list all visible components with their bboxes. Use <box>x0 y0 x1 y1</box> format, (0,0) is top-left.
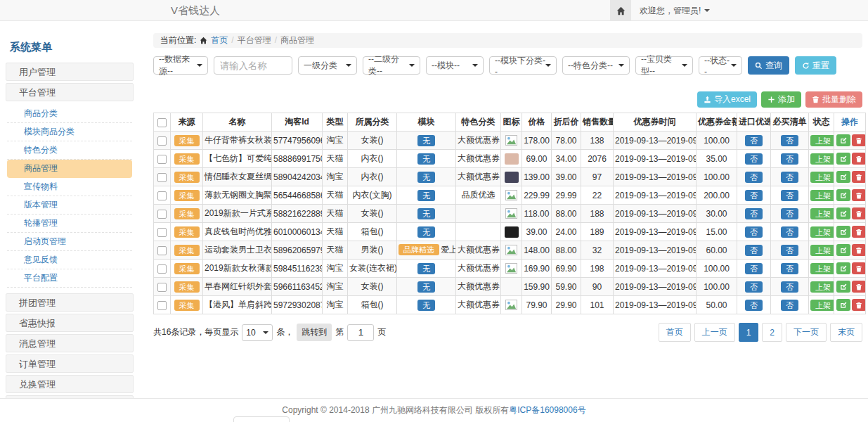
filter-select-feature-category[interactable]: --特色分类-- <box>562 56 630 75</box>
import-select-toggle[interactable]: 否 <box>745 190 763 201</box>
sidebar-group-order-mgmt[interactable]: 订单管理 <box>6 354 134 373</box>
row-checkbox[interactable] <box>157 246 167 255</box>
status-toggle[interactable]: 上架 <box>810 245 834 256</box>
import-excel-button[interactable]: 导入excel <box>697 91 757 108</box>
delete-button[interactable] <box>852 226 866 238</box>
edit-button[interactable] <box>836 244 850 256</box>
status-toggle[interactable]: 上架 <box>810 172 834 183</box>
filter-select-level2-category[interactable]: --二级分类-- <box>363 56 420 75</box>
must-buy-toggle[interactable]: 否 <box>781 172 798 183</box>
filter-select-module[interactable]: --模块-- <box>426 56 484 75</box>
filter-select-module-sub-category[interactable]: --模块下分类-- <box>489 56 557 75</box>
page-button-first[interactable]: 首页 <box>659 323 691 342</box>
breadcrumb-home-link[interactable]: 首页 <box>211 33 228 48</box>
sidebar-group-groupbuy-mgmt[interactable]: 拼团管理 <box>6 293 134 312</box>
edit-button[interactable] <box>836 262 850 274</box>
sidebar-group-saving-news[interactable]: 省惠快报 <box>6 314 134 332</box>
sidebar-group-platform-mgmt[interactable]: 平台管理 <box>6 83 134 101</box>
sidebar-group-exchange-mgmt[interactable]: 兑换管理 <box>6 375 134 393</box>
sidebar-item-goods-category[interactable]: 商品分类 <box>7 105 132 123</box>
page-number-input[interactable] <box>347 324 374 341</box>
delete-button[interactable] <box>852 171 866 183</box>
edit-button[interactable] <box>836 207 850 219</box>
row-checkbox[interactable] <box>157 210 167 219</box>
page-button-last[interactable]: 末页 <box>830 323 862 342</box>
import-select-toggle[interactable]: 否 <box>745 135 763 146</box>
delete-button[interactable] <box>852 244 866 256</box>
page-button-page-2[interactable]: 2 <box>762 323 782 342</box>
status-toggle[interactable]: 上架 <box>810 263 834 274</box>
sidebar-item-platform-config[interactable]: 平台配置 <box>7 269 132 288</box>
filter-input-name[interactable] <box>214 56 292 75</box>
must-buy-toggle[interactable]: 否 <box>781 208 798 219</box>
row-checkbox[interactable] <box>157 283 167 292</box>
sidebar-item-splash-mgmt[interactable]: 启动页管理 <box>7 233 132 251</box>
edit-button[interactable] <box>836 134 850 146</box>
filter-select-status[interactable]: --状态-- <box>699 56 742 75</box>
jump-button[interactable]: 跳转到 <box>297 324 332 341</box>
sidebar-item-version-mgmt[interactable]: 版本管理 <box>7 196 132 215</box>
row-checkbox[interactable] <box>157 228 167 237</box>
import-select-toggle[interactable]: 否 <box>745 226 763 238</box>
page-button-prev[interactable]: 上一页 <box>694 323 735 342</box>
select-all-checkbox[interactable] <box>157 118 167 127</box>
sidebar-group-user-mgmt[interactable]: 用户管理 <box>6 63 134 81</box>
status-toggle[interactable]: 上架 <box>810 135 834 146</box>
status-toggle[interactable]: 上架 <box>810 208 834 219</box>
must-buy-toggle[interactable]: 否 <box>781 190 798 201</box>
import-select-toggle[interactable]: 否 <box>745 245 763 256</box>
status-toggle[interactable]: 上架 <box>810 300 834 311</box>
sidebar-item-goods-mgmt[interactable]: 商品管理 <box>7 160 132 178</box>
status-toggle[interactable]: 上架 <box>810 190 834 201</box>
must-buy-toggle[interactable]: 否 <box>781 245 798 256</box>
status-toggle[interactable]: 上架 <box>810 153 834 165</box>
must-buy-toggle[interactable]: 否 <box>781 135 798 146</box>
edit-button[interactable] <box>836 281 850 293</box>
import-select-toggle[interactable]: 否 <box>745 208 763 219</box>
delete-button[interactable] <box>852 299 866 311</box>
edit-button[interactable] <box>836 299 850 311</box>
icp-link[interactable]: 粤ICP备16098006号 <box>509 405 585 415</box>
edit-button[interactable] <box>836 171 850 183</box>
search-button[interactable]: 查询 <box>748 56 789 75</box>
row-checkbox[interactable] <box>157 301 167 310</box>
must-buy-toggle[interactable]: 否 <box>781 300 798 311</box>
delete-button[interactable] <box>852 262 866 274</box>
filter-select-data-source[interactable]: --数据来源-- <box>153 56 208 75</box>
sidebar-item-carousel-mgmt[interactable]: 轮播管理 <box>7 215 132 233</box>
sidebar-item-module-goods-category[interactable]: 模块商品分类 <box>7 123 132 141</box>
must-buy-toggle[interactable]: 否 <box>781 263 798 274</box>
must-buy-toggle[interactable]: 否 <box>781 153 798 165</box>
row-checkbox[interactable] <box>157 264 167 274</box>
sidebar-item-promo-material[interactable]: 宣传物料 <box>7 178 132 196</box>
row-checkbox[interactable] <box>157 173 167 182</box>
import-select-toggle[interactable]: 否 <box>745 263 763 274</box>
filter-select-level1-category[interactable]: 一级分类 <box>298 56 357 75</box>
status-toggle[interactable]: 上架 <box>810 281 834 293</box>
batch-delete-button[interactable]: 批量删除 <box>805 91 862 108</box>
per-page-select[interactable]: 10 <box>242 324 273 341</box>
delete-button[interactable] <box>852 153 866 165</box>
status-toggle[interactable]: 上架 <box>810 226 834 238</box>
row-checkbox[interactable] <box>157 155 167 164</box>
edit-button[interactable] <box>836 189 850 201</box>
home-icon-button[interactable] <box>610 0 631 21</box>
delete-button[interactable] <box>852 189 866 201</box>
row-checkbox[interactable] <box>157 136 167 146</box>
reset-button[interactable]: 重置 <box>795 56 836 75</box>
import-select-toggle[interactable]: 否 <box>745 281 763 293</box>
edit-button[interactable] <box>836 226 850 238</box>
sidebar-item-feature-category[interactable]: 特色分类 <box>7 141 132 160</box>
edit-button[interactable] <box>836 153 850 165</box>
row-checkbox[interactable] <box>157 191 167 200</box>
page-button-page-1[interactable]: 1 <box>739 323 759 342</box>
must-buy-toggle[interactable]: 否 <box>781 281 798 293</box>
import-select-toggle[interactable]: 否 <box>745 300 763 311</box>
sidebar-group-message-mgmt[interactable]: 消息管理 <box>6 334 134 352</box>
user-menu[interactable]: 欢迎您，管理员! <box>640 5 710 17</box>
delete-button[interactable] <box>852 281 866 293</box>
page-button-next[interactable]: 下一页 <box>786 323 827 342</box>
sidebar-item-feedback[interactable]: 意见反馈 <box>7 251 132 269</box>
must-buy-toggle[interactable]: 否 <box>781 226 798 238</box>
add-button[interactable]: 添加 <box>761 91 801 108</box>
